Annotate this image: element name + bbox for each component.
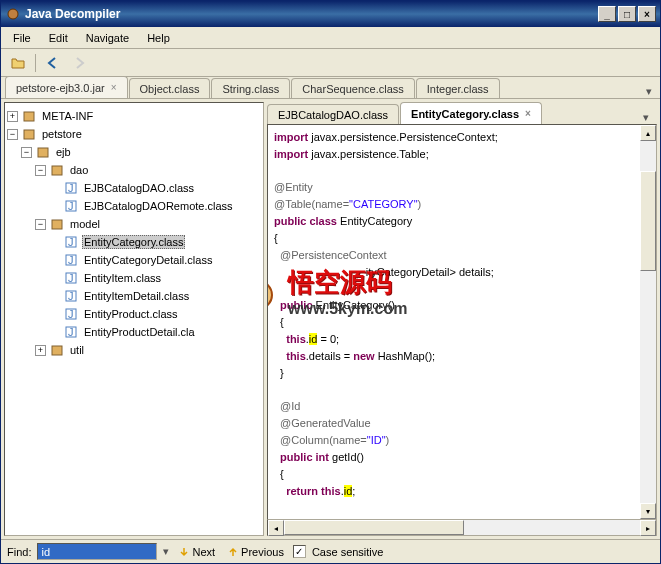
package-icon (21, 126, 37, 142)
find-previous-button[interactable]: Previous (224, 544, 287, 560)
tree-node-petstore[interactable]: − petstore (7, 125, 261, 143)
svg-text:J: J (68, 182, 74, 194)
case-sensitive-checkbox[interactable]: ✓ (293, 545, 306, 558)
arrow-up-icon (227, 546, 239, 558)
menu-edit[interactable]: Edit (41, 30, 76, 46)
file-tab-petstore[interactable]: petstore-ejb3.0.jar × (5, 76, 128, 98)
file-tab-bar: petstore-ejb3.0.jar × Object.class Strin… (1, 77, 660, 99)
scroll-thumb[interactable] (284, 520, 464, 535)
case-sensitive-label: Case sensitive (312, 546, 384, 558)
tab-overflow-icon[interactable]: ▾ (643, 111, 657, 124)
tree-node-class[interactable]: J EntityItemDetail.class (7, 287, 261, 305)
class-icon: J (63, 288, 79, 304)
tree-node-class[interactable]: J EJBCatalogDAORemote.class (7, 197, 261, 215)
tree-node-class[interactable]: J EntityCategory.class (7, 233, 261, 251)
arrow-left-icon (46, 56, 60, 70)
svg-text:J: J (68, 254, 74, 266)
svg-rect-2 (24, 130, 34, 139)
app-icon (5, 6, 21, 22)
svg-rect-4 (52, 166, 62, 175)
menubar: File Edit Navigate Help (1, 27, 660, 49)
svg-text:J: J (68, 200, 74, 212)
code-tab-ejbcatalogdao[interactable]: EJBCatalogDAO.class (267, 104, 399, 124)
close-icon[interactable]: × (525, 108, 531, 119)
dropdown-icon[interactable]: ▾ (163, 545, 169, 558)
arrow-down-icon (178, 546, 190, 558)
scroll-up-icon[interactable]: ▴ (640, 125, 656, 141)
svg-rect-22 (52, 346, 62, 355)
package-icon (49, 162, 65, 178)
menu-file[interactable]: File (5, 30, 39, 46)
collapse-icon[interactable]: − (35, 165, 46, 176)
tree-node-dao[interactable]: − dao (7, 161, 261, 179)
forward-button[interactable] (68, 52, 90, 74)
code-tab-entitycategory[interactable]: EntityCategory.class × (400, 102, 542, 124)
svg-rect-1 (24, 112, 34, 121)
toolbar (1, 49, 660, 77)
class-icon: J (63, 324, 79, 340)
class-icon: J (63, 180, 79, 196)
class-icon: J (63, 198, 79, 214)
tree-node-ejb[interactable]: − ejb (7, 143, 261, 161)
find-next-button[interactable]: Next (175, 544, 218, 560)
window-title: Java Decompiler (25, 7, 598, 21)
collapse-icon[interactable]: − (7, 129, 18, 140)
svg-point-0 (8, 9, 18, 19)
scroll-left-icon[interactable]: ◂ (268, 520, 284, 536)
tree-node-class[interactable]: J EntityCategoryDetail.class (7, 251, 261, 269)
class-icon: J (63, 270, 79, 286)
close-button[interactable]: × (638, 6, 656, 22)
vertical-scrollbar[interactable]: ▴ ▾ (640, 125, 656, 519)
maximize-button[interactable]: □ (618, 6, 636, 22)
close-icon[interactable]: × (111, 82, 117, 93)
expand-icon[interactable]: + (35, 345, 46, 356)
minimize-button[interactable]: _ (598, 6, 616, 22)
package-icon (35, 144, 51, 160)
code-editor[interactable]: import javax.persistence.PersistenceCont… (267, 124, 657, 520)
tree-node-class[interactable]: J EntityProduct.class (7, 305, 261, 323)
svg-rect-9 (52, 220, 62, 229)
collapse-icon[interactable]: − (35, 219, 46, 230)
svg-text:J: J (68, 236, 74, 248)
tree-node-class[interactable]: J EntityItem.class (7, 269, 261, 287)
scroll-down-icon[interactable]: ▾ (640, 503, 656, 519)
tab-overflow-icon[interactable]: ▾ (642, 85, 656, 98)
code-tab-bar: EJBCatalogDAO.class EntityCategory.class… (267, 102, 657, 124)
arrow-right-icon (72, 56, 86, 70)
file-tab-string[interactable]: String.class (211, 78, 290, 98)
file-tab-object[interactable]: Object.class (129, 78, 211, 98)
file-tab-charsequence[interactable]: CharSequence.class (291, 78, 415, 98)
package-icon (49, 342, 65, 358)
menu-help[interactable]: Help (139, 30, 178, 46)
svg-text:J: J (68, 290, 74, 302)
tree-node-class[interactable]: J EJBCatalogDAO.class (7, 179, 261, 197)
find-label: Find: (7, 546, 31, 558)
expand-icon[interactable]: + (7, 111, 18, 122)
tree-node-class[interactable]: J EntityProductDetail.cla (7, 323, 261, 341)
tab-label: petstore-ejb3.0.jar (16, 82, 105, 94)
tree-node-model[interactable]: − model (7, 215, 261, 233)
package-icon (21, 108, 37, 124)
code-panel: EJBCatalogDAO.class EntityCategory.class… (267, 102, 657, 536)
tree-panel: + META-INF − petstore − ejb − dao (4, 102, 264, 536)
svg-rect-3 (38, 148, 48, 157)
scroll-thumb[interactable] (640, 171, 656, 271)
back-button[interactable] (42, 52, 64, 74)
package-icon (49, 216, 65, 232)
tree-node-util[interactable]: + util (7, 341, 261, 359)
open-file-button[interactable] (7, 52, 29, 74)
svg-text:J: J (68, 326, 74, 338)
scroll-right-icon[interactable]: ▸ (640, 520, 656, 536)
find-input[interactable] (37, 543, 157, 560)
collapse-icon[interactable]: − (21, 147, 32, 158)
horizontal-scrollbar[interactable]: ◂ ▸ (267, 520, 657, 536)
menu-navigate[interactable]: Navigate (78, 30, 137, 46)
class-icon: J (63, 252, 79, 268)
svg-text:J: J (68, 308, 74, 320)
find-bar: Find: ▾ Next Previous ✓ Case sensitive (1, 539, 660, 563)
class-icon: J (63, 234, 79, 250)
svg-text:J: J (68, 272, 74, 284)
tree-node-meta-inf[interactable]: + META-INF (7, 107, 261, 125)
class-icon: J (63, 306, 79, 322)
file-tab-integer[interactable]: Integer.class (416, 78, 500, 98)
